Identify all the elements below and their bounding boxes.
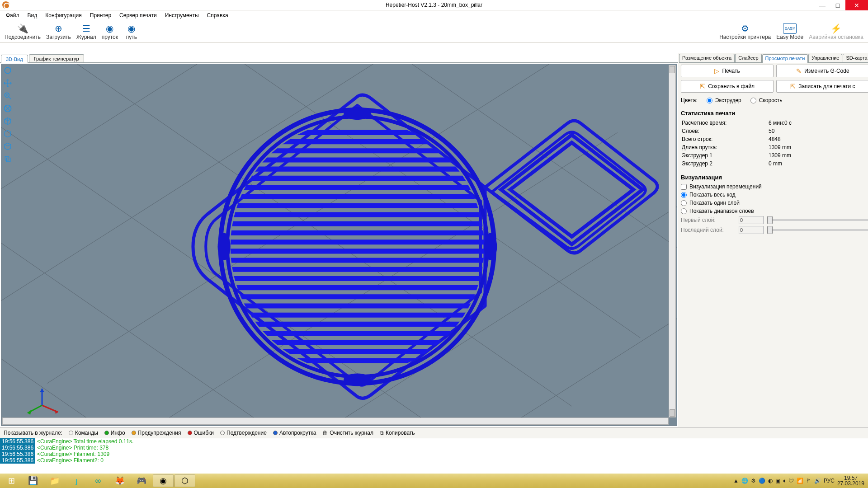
first-layer-slider[interactable] <box>767 219 868 221</box>
taskbar-app[interactable]: 🦊 <box>109 474 130 487</box>
path-button[interactable]: ◉путь <box>121 22 142 41</box>
tray-icon[interactable]: 🔵 <box>759 478 765 484</box>
filament-button[interactable]: ◉пруток <box>99 22 121 41</box>
menu-view[interactable]: Вид <box>24 11 41 19</box>
log-filter-err[interactable]: Ошибки <box>188 430 214 436</box>
vis-travel-check[interactable]: Визуализация перемещений <box>681 183 868 191</box>
svg-point-27 <box>344 373 371 386</box>
vis-range-radio[interactable]: Показать диапазон слоев <box>681 207 868 215</box>
view-tabs: 3D-Вид График температур <box>0 53 678 63</box>
taskbar-repetier[interactable]: ⬡ <box>175 474 195 487</box>
start-button[interactable]: ⊞ <box>1 474 22 487</box>
tray-clock[interactable]: 19:57 27.03.2019 <box>837 475 864 486</box>
svg-marker-62 <box>40 389 44 392</box>
system-tray[interactable]: ▲ 🌐 ⚙ 🔵 ◐ ▣ ♦ 🛡 📶 🏳 🔊 РУС 19:57 27.03.20… <box>731 475 867 486</box>
taskbar-explorer[interactable]: 📁 <box>44 474 65 487</box>
tray-lang[interactable]: РУС <box>824 478 835 484</box>
top-view-tool[interactable] <box>2 141 13 152</box>
tray-icon[interactable]: 🏳 <box>806 478 811 484</box>
tray-icon[interactable]: ♦ <box>783 478 786 484</box>
edit-gcode-button[interactable]: ✎Изменить G-Code <box>776 65 868 77</box>
rotate-tool[interactable] <box>2 65 13 76</box>
emergency-stop-button[interactable]: ⚡Аварийная остановка <box>806 22 866 41</box>
tray-icon[interactable]: 🛡 <box>788 478 794 484</box>
table-row: Расчетное время:6 мин:0 с <box>682 119 868 127</box>
log-content[interactable]: 19:56:55.386<CuraEngine> Total time elap… <box>0 438 868 474</box>
tray-icon[interactable]: ▣ <box>775 478 780 484</box>
tab-object-placement[interactable]: Размещение объекта <box>679 54 735 62</box>
tab-slicer[interactable]: Слайсер <box>735 54 761 62</box>
print-button[interactable]: ▷Печать <box>681 65 774 77</box>
tab-print-preview[interactable]: Просмотр печати <box>762 54 808 63</box>
taskbar-chrome[interactable]: ◉ <box>153 474 174 487</box>
viewport-scrollbar-vertical[interactable] <box>669 65 676 418</box>
last-layer-input[interactable] <box>739 226 764 234</box>
plug-icon: 🔌 <box>17 23 28 34</box>
log-button[interactable]: ☰Журнал <box>74 22 99 41</box>
save-for-print-button[interactable]: ⇱Записать для печати с <box>776 80 868 93</box>
taskbar-arduino[interactable]: ∞ <box>88 474 108 487</box>
color-speed-radio[interactable]: Скорость <box>750 97 783 103</box>
menu-file[interactable]: Файл <box>2 11 23 19</box>
minimize-button[interactable]: — <box>815 0 830 10</box>
viewport-scrollbar-horizontal[interactable] <box>2 418 669 425</box>
eye-icon: ◉ <box>106 23 113 34</box>
first-layer-input[interactable] <box>739 216 764 224</box>
maximize-button[interactable]: □ <box>830 0 845 10</box>
tray-icon[interactable]: ⚙ <box>751 478 756 484</box>
tray-icon[interactable]: ▲ <box>733 478 739 484</box>
log-toolbar: Показывать в журнале: Команды Инфо Преду… <box>0 427 868 438</box>
window-titlebar: Repetier-Host V2.1.3 - 20mm_box_pillar —… <box>0 0 868 10</box>
taskbar-app[interactable]: 🎮 <box>131 474 152 487</box>
taskbar-app[interactable]: 💾 <box>23 474 43 487</box>
menu-printer[interactable]: Принтер <box>86 11 115 19</box>
log-filter-info[interactable]: Инфо <box>104 430 125 436</box>
iso-view-tool[interactable] <box>2 116 13 127</box>
svg-line-2 <box>9 97 11 99</box>
tab-temp-graph[interactable]: График температур <box>29 54 84 62</box>
parallel-tool[interactable] <box>2 154 13 164</box>
save-file-button[interactable]: ⇱Сохранить в файл <box>681 80 774 93</box>
table-row: Слоев:50 <box>682 127 868 135</box>
log-copy-button[interactable]: ⧉Копировать <box>380 430 415 436</box>
log-filter-warn[interactable]: Предупреждения <box>132 430 181 436</box>
fit-tool[interactable] <box>2 103 13 114</box>
printer-settings-button[interactable]: ⚙Настройки принтера <box>717 22 774 41</box>
easy-mode-button[interactable]: EASYEasy Mode <box>774 22 806 41</box>
eye-icon: ◉ <box>127 23 135 34</box>
log-filter-ack[interactable]: Подтверждение <box>220 430 267 436</box>
zoom-tool[interactable] <box>2 90 13 101</box>
tray-icon[interactable]: 🔊 <box>814 478 821 484</box>
menu-tools[interactable]: Инструменты <box>161 11 203 19</box>
log-clear-button[interactable]: 🗑Очистить журнал <box>322 430 373 436</box>
menu-print-server[interactable]: Сервер печати <box>116 11 160 19</box>
log-autoscroll[interactable]: Автопрокрутка <box>273 430 316 436</box>
tab-3d-view[interactable]: 3D-Вид <box>1 55 28 63</box>
close-button[interactable]: ✕ <box>845 0 868 10</box>
tab-sd-card[interactable]: SD-карта <box>843 54 868 62</box>
svg-point-26 <box>344 107 371 120</box>
last-layer-slider[interactable] <box>767 229 868 231</box>
vis-all-radio[interactable]: Показать весь код <box>681 191 868 199</box>
tab-manual-control[interactable]: Управление <box>808 54 842 62</box>
main-toolbar: 🔌Подсоединить ⊕Загрузить ☰Журнал ◉пруток… <box>0 20 868 43</box>
easy-icon: EASY <box>783 23 797 34</box>
move-tool[interactable] <box>2 78 13 89</box>
vis-one-radio[interactable]: Показать один слой <box>681 199 868 207</box>
color-extruder-radio[interactable]: Экструдер <box>707 97 741 103</box>
taskbar-app[interactable]: յ <box>66 474 87 487</box>
menu-help[interactable]: Справка <box>203 11 232 19</box>
tray-icon[interactable]: ◐ <box>768 478 773 484</box>
load-button[interactable]: ⊕Загрузить <box>43 22 74 41</box>
svg-rect-9 <box>7 158 10 162</box>
tray-icon[interactable]: 📶 <box>797 478 803 484</box>
connect-button[interactable]: 🔌Подсоединить <box>2 22 43 41</box>
log-filter-commands[interactable]: Команды <box>69 430 98 436</box>
table-row: Длина прутка:1309 mm <box>682 144 868 151</box>
front-view-tool[interactable] <box>2 128 13 139</box>
window-title: Repetier-Host V2.1.3 - 20mm_box_pillar <box>386 2 482 8</box>
viewport[interactable] <box>1 64 677 426</box>
trash-icon: 🗑 <box>322 430 328 436</box>
tray-icon[interactable]: 🌐 <box>741 478 748 484</box>
menu-config[interactable]: Конфигурация <box>42 11 85 19</box>
